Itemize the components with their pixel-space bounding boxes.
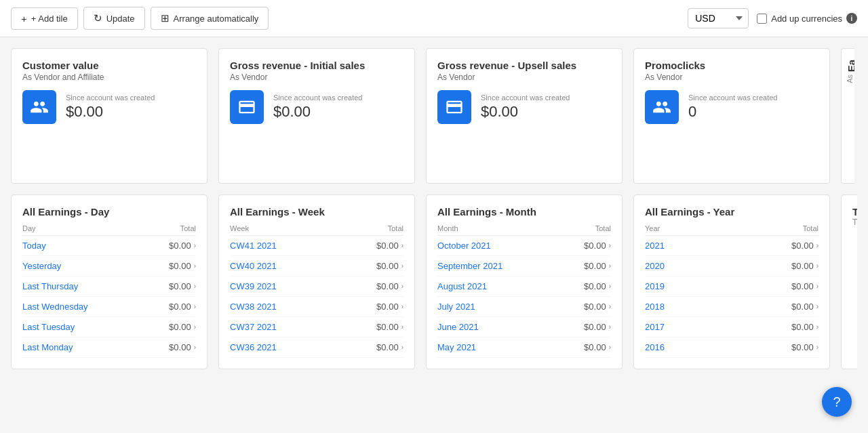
refresh-icon: ↻ [94,12,102,24]
earnings-label-2-4[interactable]: June 2021 [437,317,560,337]
earnings-value-0-2: $0.00 › [145,276,196,297]
earnings-label-2-0[interactable]: October 2021 [437,236,560,256]
table-row: 2020 $0.00 › [645,256,818,276]
currency-select[interactable]: USD EUR GBP [688,8,749,28]
table-row: Last Monday $0.00 › [22,337,196,358]
earnings-value-3-1: $0.00 › [718,256,818,276]
arrow-right-icon: › [401,262,403,270]
table-row: CW39 2021 $0.00 › [230,276,403,297]
earnings-label-3-4[interactable]: 2017 [645,317,718,337]
arrow-right-icon: › [609,323,611,331]
earnings-label-3-0[interactable]: 2021 [645,236,718,256]
grid-icon: ⊞ [161,12,170,24]
table-row: CW37 2021 $0.00 › [230,317,403,337]
earnings-title-2: All Earnings - Month [437,206,611,218]
earnings-label-1-0[interactable]: CW41 2021 [230,236,340,256]
table-row: July 2021 $0.00 › [437,297,611,317]
earnings-label-0-0[interactable]: Today [22,236,145,256]
col-header-total-0: Total [145,224,196,236]
card-subtitle-2: As Vendor [437,73,611,82]
table-row: Yesterday $0.00 › [22,256,196,276]
col-header-total-1: Total [340,224,403,236]
currency-wrapper: USD EUR GBP Add up currencies i [688,8,857,28]
table-row: October 2021 $0.00 › [437,236,611,256]
arrow-right-icon: › [401,303,403,310]
update-button[interactable]: ↻ Update [83,7,145,30]
table-row: September 2021 $0.00 › [437,256,611,276]
arrow-right-icon: › [816,344,818,351]
card-value-section-3: Since account was created 0 [688,94,777,121]
earnings-label-0-4[interactable]: Last Tuesday [22,317,145,337]
earnings-value-1-5: $0.00 › [340,337,403,358]
earnings-label-3-3[interactable]: 2018 [645,297,718,317]
arrow-right-icon: › [609,344,611,351]
arrow-right-icon: › [194,242,196,249]
earnings-table-1: Week Total CW41 2021 $0.00 › CW40 2021 $… [230,224,403,358]
update-label: Update [106,14,135,24]
arrow-right-icon: › [609,303,611,310]
earnings-label-0-2[interactable]: Last Thursday [22,276,145,297]
earnings-label-1-1[interactable]: CW40 2021 [230,256,340,276]
arrow-right-icon: › [816,323,818,331]
earnings-value-1-4: $0.00 › [340,317,403,337]
earnings-value-1-0: $0.00 › [340,236,403,256]
earnings-table-0: Day Total Today $0.00 › Yesterday $0.00 [22,224,196,358]
earnings-label-3-1[interactable]: 2020 [645,256,718,276]
info-icon: i [846,13,857,24]
card-icon-2 [437,90,471,124]
arrow-right-icon: › [194,344,196,351]
earnings-label-0-5[interactable]: Last Monday [22,337,145,358]
earnings-card-earnings-year: All Earnings - Year Year Total 2021 $0.0… [633,194,830,369]
col-header-label-3: Year [645,224,718,236]
card-value-2: $0.00 [481,103,570,121]
col-header-total-3: Total [718,224,818,236]
earnings-value-0-1: $0.00 › [145,256,196,276]
earnings-label-0-3[interactable]: Last Wednesday [22,297,145,317]
card-since-3: Since account was created [688,94,777,102]
earnings-value-0-0: $0.00 › [145,236,196,256]
card-promoclicks: Promoclicks As Vendor Since account was … [633,48,830,184]
earnings-label-2-2[interactable]: August 2021 [437,276,560,297]
add-tile-button[interactable]: + + Add tile [11,7,78,30]
table-row: Today $0.00 › [22,236,196,256]
earnings-table-2: Month Total October 2021 $0.00 › Septemb… [437,224,611,358]
earnings-label-3-2[interactable]: 2019 [645,276,718,297]
table-row: CW41 2021 $0.00 › [230,236,403,256]
card-value-1: $0.00 [273,103,362,121]
add-up-currencies-checkbox[interactable] [757,14,767,24]
earnings-value-2-0: $0.00 › [560,236,611,256]
earnings-card-earnings-day: All Earnings - Day Day Total Today $0.00… [11,194,208,369]
cards-row: Customer value As Vendor and Affiliate S… [11,48,857,184]
earnings-label-3-5[interactable]: 2016 [645,337,718,358]
earnings-label-0-1[interactable]: Yesterday [22,256,145,276]
earnings-label-2-5[interactable]: May 2021 [437,337,560,358]
earnings-label-2-3[interactable]: July 2021 [437,297,560,317]
toolbar: + + Add tile ↻ Update ⊞ Arrange automati… [0,0,868,37]
earnings-label-2-1[interactable]: September 2021 [437,256,560,276]
card-value-section-2: Since account was created $0.00 [481,94,570,121]
card-title-0: Customer value [22,60,196,71]
arrow-right-icon: › [194,323,196,331]
card-body-2: Since account was created $0.00 [437,90,611,124]
table-row: 2019 $0.00 › [645,276,818,297]
table-row: Last Tuesday $0.00 › [22,317,196,337]
arrow-right-icon: › [401,283,403,290]
card-body-1: Since account was created $0.00 [230,90,403,124]
earnings-label-1-3[interactable]: CW38 2021 [230,297,340,317]
card-title-3: Promoclicks [645,60,818,71]
earnings-value-3-2: $0.00 › [718,276,818,297]
card-body-3: Since account was created 0 [645,90,818,124]
table-row: Last Thursday $0.00 › [22,276,196,297]
earnings-value-2-2: $0.00 › [560,276,611,297]
earnings-label-1-4[interactable]: CW37 2021 [230,317,340,337]
main-content: Customer value As Vendor and Affiliate S… [0,37,868,380]
arrange-button[interactable]: ⊞ Arrange automatically [151,7,269,30]
earnings-label-1-2[interactable]: CW39 2021 [230,276,340,297]
card-value-section-1: Since account was created $0.00 [273,94,362,121]
card-subtitle-0: As Vendor and Affiliate [22,73,196,82]
earnings-value-1-3: $0.00 › [340,297,403,317]
table-row: Last Wednesday $0.00 › [22,297,196,317]
arrow-right-icon: › [609,262,611,270]
arrange-label: Arrange automatically [174,14,259,24]
earnings-label-1-5[interactable]: CW36 2021 [230,337,340,358]
